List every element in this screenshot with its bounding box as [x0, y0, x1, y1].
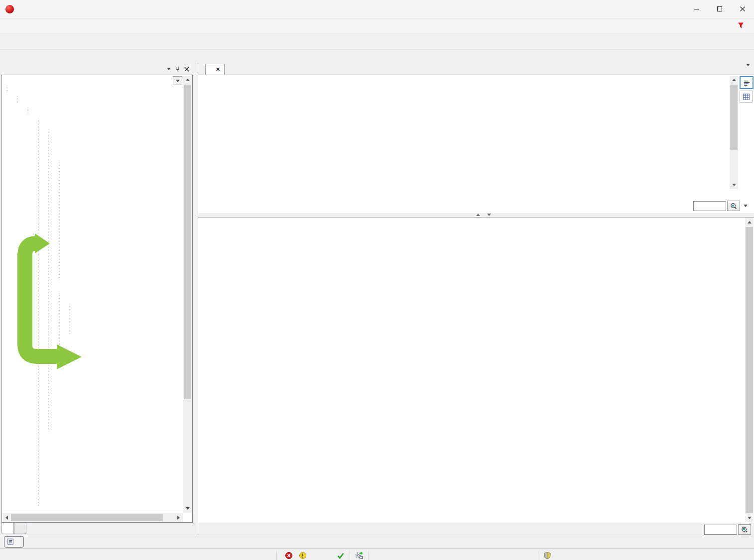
profile-shield-icon[interactable] [543, 552, 551, 560]
tree-horizontal-scrollbar[interactable] [2, 513, 183, 522]
dock-gap [0, 50, 754, 63]
funnel-icon [737, 21, 745, 29]
tab-list-dropdown-icon[interactable] [746, 66, 750, 75]
notifications[interactable] [737, 21, 746, 29]
messages-row [0, 535, 754, 548]
pane-splitter[interactable] [198, 213, 754, 217]
precompile-check-icon [337, 552, 345, 560]
scrollbar-thumb[interactable] [184, 85, 191, 399]
scroll-up-icon[interactable] [745, 218, 754, 226]
close-tab-icon[interactable]: ✕ [216, 66, 220, 73]
vertical-splitter[interactable] [194, 63, 198, 535]
warning-icon [299, 552, 307, 560]
editor-tab-bar: ✕ [198, 63, 754, 75]
menu-bar [0, 18, 754, 32]
close-button[interactable] [731, 0, 754, 18]
scroll-down-icon[interactable] [730, 181, 738, 189]
zoom-level[interactable] [693, 201, 726, 211]
devices-panel-header [0, 63, 194, 75]
scrollbar-thumb[interactable] [730, 85, 738, 150]
left-column [0, 63, 194, 535]
messages-bar[interactable] [4, 536, 24, 548]
dock-tab-bar [0, 523, 194, 535]
zoom-level[interactable] [704, 525, 737, 535]
view-mode-buttons [740, 76, 753, 104]
implementation-scrollbar[interactable] [745, 218, 754, 522]
scroll-up-icon[interactable] [183, 76, 192, 84]
pin-icon[interactable] [173, 65, 182, 73]
magnifier-icon[interactable] [727, 201, 740, 211]
toolbar [0, 32, 754, 50]
declaration-scrollbar[interactable] [730, 76, 738, 189]
declaration-zoom-control [693, 201, 750, 211]
status-bar [0, 548, 754, 560]
scroll-down-icon[interactable] [183, 504, 192, 513]
tab-devices[interactable] [1, 523, 14, 534]
online-state-icon[interactable] [355, 552, 363, 560]
scroll-down-icon[interactable] [745, 514, 754, 522]
codesys-logo-icon [5, 5, 14, 13]
maximize-button[interactable] [708, 0, 731, 18]
scroll-right-icon[interactable] [174, 513, 183, 522]
window-controls [685, 0, 754, 18]
scrollbar-thumb[interactable] [11, 514, 163, 521]
implementation-pane[interactable] [198, 217, 754, 523]
textual-view-button[interactable] [740, 76, 754, 89]
declaration-pane[interactable] [198, 75, 754, 213]
editor-area: ✕ [198, 63, 754, 535]
minimize-button[interactable] [685, 0, 708, 18]
devices-panel [0, 63, 194, 523]
scroll-up-icon[interactable] [730, 76, 738, 84]
chevron-down-icon[interactable] [741, 202, 750, 210]
close-panel-icon[interactable] [182, 65, 191, 73]
devices-tree [1, 75, 193, 523]
scrollbar-thumb[interactable] [746, 227, 753, 513]
tabular-view-button[interactable] [740, 91, 753, 103]
messages-icon [7, 538, 14, 545]
magnifier-icon[interactable] [738, 524, 751, 535]
tree-vertical-scrollbar[interactable] [183, 76, 192, 513]
main-area: ✕ [0, 63, 754, 535]
tab-pous[interactable] [14, 523, 26, 534]
implementation-zoom-control [704, 524, 751, 535]
panel-menu-icon[interactable] [164, 65, 173, 73]
scroll-left-icon[interactable] [2, 513, 11, 522]
device-dropdown-button[interactable] [173, 76, 182, 85]
editor-bottom-strip [198, 523, 754, 535]
error-icon [285, 552, 293, 560]
title-bar [0, 0, 754, 18]
tab-prg-plc[interactable]: ✕ [205, 64, 225, 75]
